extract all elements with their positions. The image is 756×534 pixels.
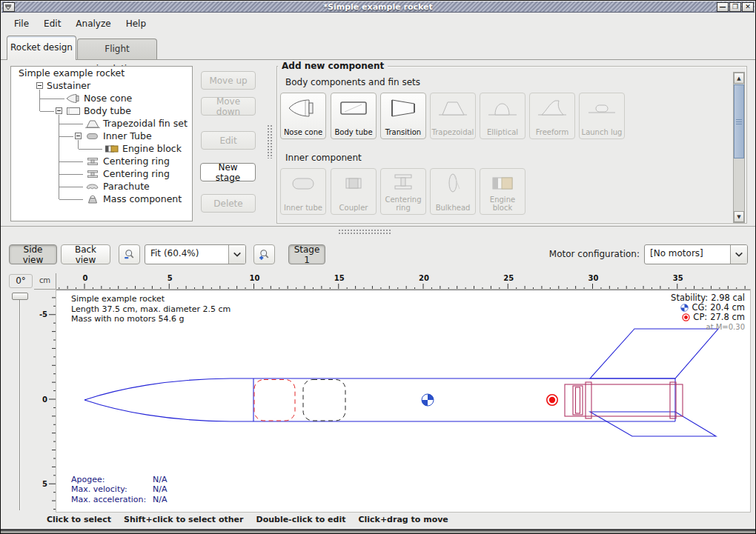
tab-flight-simulations[interactable]: Flight simulations	[77, 39, 157, 60]
tree-item-rocket[interactable]: Simple example rocket	[11, 67, 192, 79]
rocket-figure-canvas[interactable]: Simple example rocket Length 37.5 cm, ma…	[56, 290, 750, 512]
svg-text:35: 35	[673, 274, 683, 282]
nose-cone-outline[interactable]	[84, 400, 253, 421]
move-up-button[interactable]: Move up	[201, 71, 256, 90]
tree-item-body-tube[interactable]: Body tube	[11, 104, 192, 117]
inner-tube-icon	[85, 131, 100, 141]
trapezoidal-fin-icon	[85, 119, 100, 129]
move-down-button[interactable]: Move down	[201, 97, 256, 116]
openrocket-window: *Simple example rocket — ❐ ✕ File Edit A…	[0, 0, 756, 534]
menu-edit[interactable]: Edit	[37, 16, 67, 31]
add-bulkhead-button[interactable]: Bulkhead	[430, 168, 476, 215]
engine-block-icon	[105, 144, 119, 154]
stage-1-toggle[interactable]: Stage 1	[288, 244, 325, 264]
add-trapezoidal-fin-button[interactable]: Trapezoidal	[430, 93, 476, 139]
engine-block-outline[interactable]	[573, 386, 583, 415]
rotation-slider-track[interactable]	[19, 300, 21, 510]
component-scrollbar[interactable]: ▲ ▼	[733, 72, 745, 223]
chevron-down-icon[interactable]	[730, 245, 747, 264]
add-component-title: Add new component	[278, 61, 388, 71]
tab-rocket-design[interactable]: Rocket design	[7, 36, 76, 60]
rocket-outline	[84, 329, 718, 436]
nose-cone-outline[interactable]	[84, 378, 253, 400]
tree-item-sustainer[interactable]: Sustainer	[11, 79, 192, 92]
tree-item-centering-ring-2[interactable]: Centering ring	[11, 167, 192, 180]
vertical-ruler: -505	[34, 290, 56, 512]
hint-double-click: Double-click to edit	[256, 515, 346, 524]
title-bar[interactable]: *Simple example rocket — ❐ ✕	[1, 1, 755, 13]
add-engine-block-button[interactable]: Engine block	[480, 168, 525, 215]
vertical-splitter-handle[interactable]	[267, 124, 273, 158]
tree-expander-icon[interactable]	[56, 107, 62, 114]
tree-expander-icon[interactable]	[75, 133, 82, 139]
add-launch-lug-button[interactable]: Launch lug	[579, 93, 625, 139]
zoom-out-button[interactable]	[119, 244, 140, 264]
mass-component-outline[interactable]	[303, 380, 345, 421]
side-view-button[interactable]: Side view	[9, 244, 57, 264]
rocket-name: Simple example rocket	[71, 294, 231, 304]
nose-cone-icon	[287, 96, 319, 121]
horizontal-splitter-handle[interactable]	[338, 229, 391, 235]
zoom-in-button[interactable]	[253, 244, 275, 264]
fin-lower-outline[interactable]	[590, 412, 716, 436]
minimize-button[interactable]: —	[717, 2, 729, 12]
tree-item-centering-ring-1[interactable]: Centering ring	[11, 155, 192, 167]
motor-configuration-combobox[interactable]: [No motors]	[644, 244, 748, 264]
apogee-value: N/A	[153, 475, 167, 485]
parachute-outline[interactable]	[254, 380, 295, 421]
add-freeform-fin-button[interactable]: Freeform	[529, 93, 575, 139]
add-inner-tube-button[interactable]: Inner tube	[280, 168, 326, 215]
add-coupler-button[interactable]: Coupler	[331, 168, 377, 215]
add-nose-cone-button[interactable]: Nose cone	[280, 93, 326, 139]
menu-analyze[interactable]: Analyze	[69, 16, 117, 31]
tree-item-mass-component[interactable]: Mass component	[11, 193, 192, 205]
tree-item-nose-cone[interactable]: Nose cone	[11, 92, 192, 104]
component-tree[interactable]: Simple example rocket Sustainer Nose con…	[10, 66, 193, 221]
coupler-icon	[337, 171, 370, 196]
tree-item-parachute[interactable]: Parachute	[11, 180, 192, 193]
centering-ring-outline[interactable]	[586, 382, 591, 418]
inner-component-label: Inner component	[285, 153, 362, 163]
scroll-down-icon[interactable]: ▼	[734, 211, 744, 222]
scrollbar-thumb[interactable]	[734, 84, 744, 158]
nose-cone-icon	[66, 93, 81, 104]
zoom-level-combobox[interactable]: Fit (60.4%)	[145, 244, 246, 264]
window-bottom-edge	[1, 527, 756, 533]
svg-text:10: 10	[250, 274, 260, 282]
new-stage-button[interactable]: New stage	[200, 163, 256, 181]
add-elliptical-fin-button[interactable]: Elliptical	[480, 93, 525, 139]
edit-button[interactable]: Edit	[201, 131, 256, 150]
hint-click-select: Click to select	[47, 515, 111, 524]
hint-shift-click: Shift+click to select other	[124, 515, 244, 524]
inner-tube-icon	[287, 171, 319, 196]
chevron-down-icon[interactable]	[228, 245, 245, 264]
tree-item-trapezoidal-fin-set[interactable]: Trapezoidal fin set	[11, 117, 192, 130]
back-view-button[interactable]: Back view	[61, 244, 110, 264]
tree-item-inner-tube[interactable]: Inner Tube	[11, 130, 192, 142]
cp-value: 27.8 cm	[710, 313, 745, 322]
fin-upper-outline[interactable]	[590, 329, 718, 378]
body-tube-outline[interactable]	[253, 378, 675, 421]
tree-item-engine-block[interactable]: Engine block	[11, 142, 192, 155]
menu-help[interactable]: Help	[119, 16, 153, 31]
ruler-unit-label: cm	[34, 273, 56, 290]
menu-file[interactable]: File	[7, 16, 36, 31]
body-tube-icon	[337, 96, 370, 121]
maximize-button[interactable]: ❐	[729, 2, 741, 12]
add-centering-ring-button[interactable]: Centering ring	[380, 168, 426, 215]
menu-bar: File Edit Analyze Help	[1, 13, 755, 34]
rotation-slider-handle[interactable]	[12, 293, 28, 300]
svg-text:25: 25	[503, 274, 514, 282]
engine-block-outline[interactable]	[576, 387, 580, 413]
scroll-up-icon[interactable]: ▲	[734, 73, 744, 84]
freeform-fin-icon	[536, 96, 568, 121]
delete-button[interactable]: Delete	[201, 194, 256, 213]
add-transition-button[interactable]: Transition	[380, 93, 426, 139]
inner-components	[565, 382, 683, 418]
svg-text:30: 30	[588, 274, 599, 282]
add-body-tube-button[interactable]: Body tube	[331, 93, 377, 139]
close-button[interactable]: ✕	[742, 2, 754, 12]
tree-expander-icon[interactable]	[36, 82, 43, 89]
svg-text:-5: -5	[39, 310, 47, 318]
svg-text:15: 15	[334, 274, 345, 282]
